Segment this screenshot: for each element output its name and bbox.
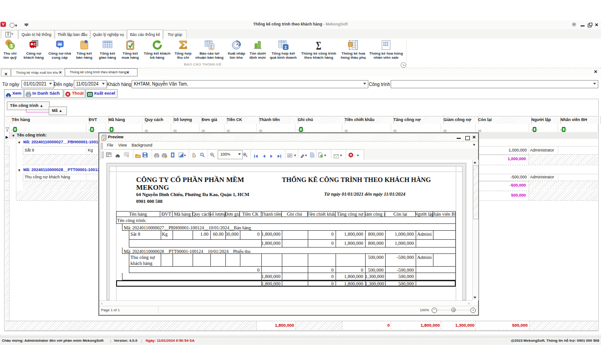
svg-text:a: a xyxy=(108,128,110,131)
svg-text:a: a xyxy=(11,128,13,131)
svg-text:c: c xyxy=(537,128,538,131)
svg-text:a: a xyxy=(88,128,90,131)
svg-text:$: $ xyxy=(10,43,13,49)
svg-text:Σ: Σ xyxy=(285,45,287,50)
svg-text:Σ: Σ xyxy=(316,40,321,51)
svg-text:Σ: Σ xyxy=(210,44,213,50)
svg-text:c: c xyxy=(114,128,115,131)
svg-text:a: a xyxy=(531,128,533,131)
svg-text:c: c xyxy=(17,128,19,131)
svg-text:c: c xyxy=(303,128,305,131)
svg-text:a: a xyxy=(297,128,299,131)
svg-text:c: c xyxy=(94,128,96,131)
svg-text:a: a xyxy=(560,128,562,131)
svg-text:c: c xyxy=(566,128,567,131)
